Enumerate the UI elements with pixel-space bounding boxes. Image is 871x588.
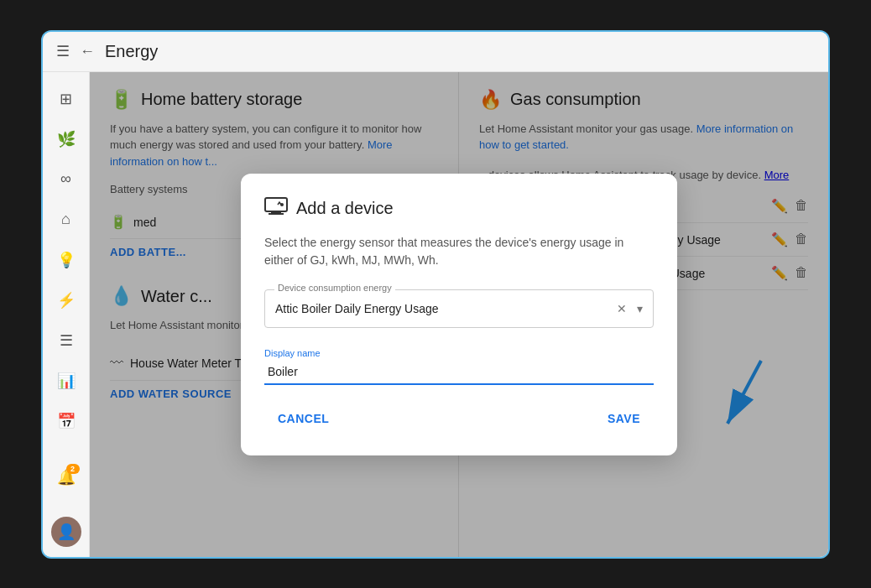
sidebar-item-calendar[interactable]: 📅 [50, 404, 83, 438]
sidebar-item-dashboard[interactable]: ⊞ [50, 82, 83, 116]
add-device-modal: Add a device Select the energy sensor th… [241, 174, 677, 455]
sidebar-item-infinity[interactable]: ∞ [50, 163, 83, 196]
modal-device-icon [264, 197, 288, 221]
sidebar-item-home[interactable]: ⌂ [50, 203, 83, 237]
sidebar-item-plant[interactable]: 🌿 [50, 122, 83, 156]
sidebar-item-chart[interactable]: 📊 [50, 364, 83, 398]
modal-actions: CANCEL SAVE [264, 405, 654, 432]
sidebar-item-list[interactable]: ☰ [50, 324, 83, 357]
top-bar: ☰ ← Energy [43, 32, 828, 72]
page-title: Energy [105, 42, 158, 61]
sidebar-item-notifications[interactable]: 🔔 2 [50, 461, 83, 494]
hamburger-icon[interactable]: ☰ [56, 42, 70, 60]
combo-actions: ✕ ▾ [617, 302, 643, 315]
display-name-input[interactable] [264, 362, 654, 385]
svg-rect-2 [265, 198, 287, 211]
device-field-value: Attic Boiler Daily Energy Usage [275, 302, 617, 315]
save-button[interactable]: SAVE [594, 405, 654, 432]
sidebar: ⊞ 🌿 ∞ ⌂ 💡 ⚡ ☰ 📊 📅 🔔 2 👤 [43, 72, 90, 557]
device-consumption-field: Device consumption energy Attic Boiler D… [264, 289, 654, 328]
display-name-label: Display name [264, 348, 654, 358]
modal-title: Add a device [296, 199, 394, 218]
clear-icon[interactable]: ✕ [617, 302, 627, 315]
main-layout: ⊞ 🌿 ∞ ⌂ 💡 ⚡ ☰ 📊 📅 🔔 2 👤 🔋 Home battery s… [43, 72, 828, 557]
modal-description: Select the energy sensor that measures t… [264, 234, 654, 269]
sidebar-item-bulb[interactable]: 💡 [50, 243, 83, 277]
content-area: 🔋 Home battery storage If you have a bat… [90, 72, 828, 557]
back-icon[interactable]: ← [80, 43, 95, 60]
modal-header: Add a device [264, 197, 654, 221]
cancel-button[interactable]: CANCEL [264, 405, 342, 432]
modal-overlay: Add a device Select the energy sensor th… [90, 72, 828, 557]
display-name-field: Display name [264, 348, 654, 385]
dropdown-icon[interactable]: ▾ [637, 302, 643, 315]
avatar[interactable]: 👤 [51, 517, 81, 547]
device-field-label: Device consumption energy [274, 283, 395, 293]
browser-window: ☰ ← Energy ⊞ 🌿 ∞ ⌂ 💡 ⚡ ☰ 📊 📅 🔔 2 👤 [41, 30, 830, 559]
sidebar-item-lightning[interactable]: ⚡ [50, 284, 83, 317]
device-consumption-combo[interactable]: Attic Boiler Daily Energy Usage ✕ ▾ [264, 289, 654, 328]
notification-badge: 2 [66, 464, 80, 474]
